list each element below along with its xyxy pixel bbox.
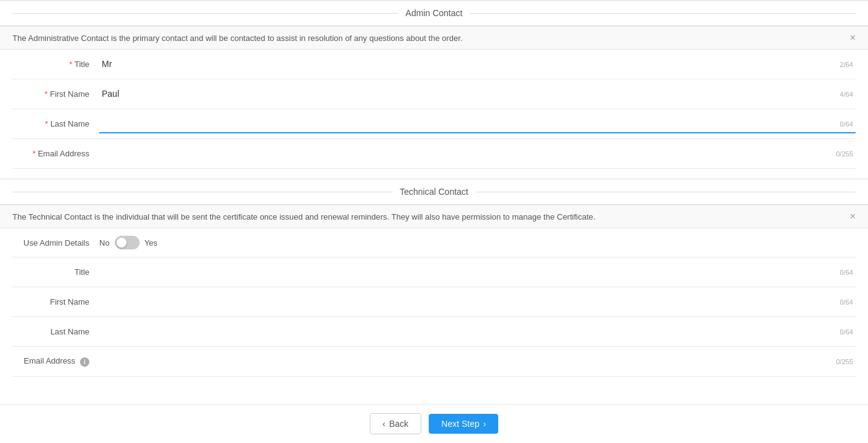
tech-email-field-wrapper: 0/255: [99, 352, 856, 371]
page-wrapper: Admin Contact The Administrative Contact…: [0, 0, 868, 443]
tech-title-field-wrapper: 0/64: [99, 263, 856, 282]
toggle-no-label: No: [99, 238, 110, 248]
tech-firstname-label: First Name: [12, 297, 99, 307]
tech-header-line-left: [12, 192, 392, 192]
technical-contact-info-banner: The Technical Contact is the individual …: [0, 205, 868, 228]
back-button[interactable]: ‹ Back: [370, 413, 422, 434]
email-info-icon: i: [80, 357, 89, 367]
admin-contact-info-text: The Administrative Contact is the primar…: [12, 34, 463, 43]
toggle-yes-label: Yes: [145, 238, 158, 248]
tech-firstname-input[interactable]: [99, 293, 856, 311]
section-header-line-right: [470, 13, 856, 14]
tech-firstname-row: First Name 0/64: [12, 287, 856, 317]
admin-email-label: Email Address: [12, 149, 99, 158]
technical-contact-form: Use Admin Details No Yes Title 0/64 Firs…: [0, 228, 868, 377]
tech-email-input[interactable]: [99, 352, 856, 371]
tech-lastname-label: Last Name: [12, 327, 99, 336]
admin-firstname-field-wrapper: 4/64: [99, 85, 856, 104]
back-button-label: Back: [389, 419, 408, 429]
technical-contact-banner-close[interactable]: ×: [850, 212, 856, 222]
toggle-controls: No Yes: [99, 236, 158, 249]
admin-email-input[interactable]: [99, 145, 856, 163]
admin-lastname-label: Last Name: [12, 119, 99, 128]
tech-email-label: Email Address i: [12, 356, 99, 366]
admin-title-label: Title: [12, 60, 99, 69]
tech-lastname-field-wrapper: 0/64: [99, 323, 856, 341]
toggle-knob: [117, 238, 127, 248]
admin-title-field-wrapper: 2/64: [99, 55, 856, 74]
tech-email-char-count: 0/255: [836, 358, 853, 365]
use-admin-details-row: Use Admin Details No Yes: [12, 228, 856, 257]
admin-contact-banner-close[interactable]: ×: [850, 33, 856, 43]
admin-contact-form: Title 2/64 First Name 4/64 Last Name 0/6…: [0, 50, 868, 169]
admin-firstname-char-count: 4/64: [840, 91, 853, 98]
admin-contact-title: Admin Contact: [398, 8, 470, 18]
next-step-button[interactable]: Next Step ›: [429, 414, 498, 434]
footer-buttons: ‹ Back Next Step ›: [0, 404, 868, 443]
admin-title-char-count: 2/64: [840, 61, 853, 68]
next-step-label: Next Step: [441, 419, 479, 429]
tech-title-input[interactable]: [99, 263, 856, 282]
tech-lastname-input[interactable]: [99, 323, 856, 341]
admin-contact-section-header: Admin Contact: [0, 0, 868, 26]
tech-firstname-char-count: 0/64: [840, 298, 853, 306]
use-admin-details-toggle[interactable]: [115, 236, 140, 249]
admin-title-row: Title 2/64: [12, 50, 856, 79]
section-header-line-left: [12, 13, 398, 14]
back-chevron-icon: ‹: [383, 419, 386, 429]
technical-contact-title: Technical Contact: [392, 187, 476, 197]
admin-lastname-input[interactable]: [99, 115, 856, 133]
admin-contact-info-banner: The Administrative Contact is the primar…: [0, 26, 868, 50]
admin-title-input[interactable]: [99, 55, 856, 74]
tech-email-row: Email Address i 0/255: [12, 347, 856, 377]
technical-contact-section-header: Technical Contact: [0, 179, 868, 205]
technical-contact-info-text: The Technical Contact is the individual …: [12, 212, 596, 222]
admin-email-field-wrapper: 0/255: [99, 145, 856, 163]
tech-header-line-right: [476, 192, 856, 192]
tech-title-label: Title: [12, 267, 99, 277]
admin-firstname-label: First Name: [12, 89, 99, 99]
admin-email-char-count: 0/255: [836, 150, 853, 158]
tech-title-char-count: 0/64: [840, 269, 853, 276]
tech-firstname-field-wrapper: 0/64: [99, 293, 856, 311]
admin-lastname-field-wrapper: 0/64: [99, 115, 856, 133]
tech-lastname-row: Last Name 0/64: [12, 317, 856, 347]
tech-lastname-char-count: 0/64: [840, 328, 853, 336]
use-admin-details-label: Use Admin Details: [12, 238, 99, 248]
next-chevron-icon: ›: [483, 419, 486, 429]
admin-lastname-char-count: 0/64: [840, 120, 853, 128]
tech-title-row: Title 0/64: [12, 257, 856, 287]
admin-email-row: Email Address 0/255: [12, 139, 856, 169]
admin-lastname-row: Last Name 0/64: [12, 109, 856, 139]
admin-firstname-input[interactable]: [99, 85, 856, 104]
admin-firstname-row: First Name 4/64: [12, 79, 856, 109]
